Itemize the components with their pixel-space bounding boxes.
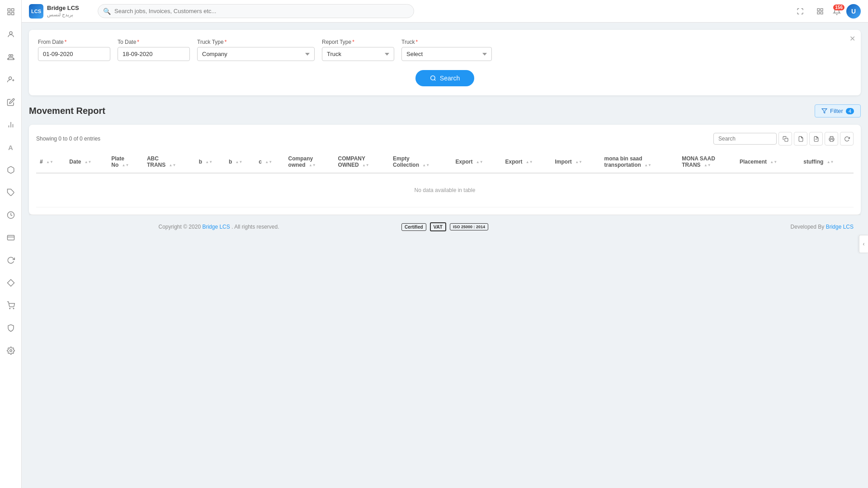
filter-card: ✕ From Date* To Date* Truck Type*: [29, 30, 861, 95]
from-date-field: From Date*: [38, 39, 110, 61]
dashboard-icon[interactable]: [4, 5, 18, 19]
truck-field: Truck* Select Truck 1 Truck 2: [401, 39, 492, 61]
filter-button[interactable]: Filter 4: [815, 104, 861, 117]
topbar: LCS Bridge LCS بريدج لنسس 🔍 156 U: [22, 0, 868, 23]
table-header-row: # ▲▼ Date ▲▼ PlateNo ▲▼ ABCTRANS ▲▼ b ▲▼…: [36, 151, 854, 173]
reload-button[interactable]: [840, 132, 854, 145]
notification-bell[interactable]: 156: [833, 7, 841, 15]
footer-company-link[interactable]: Bridge LCS: [202, 224, 230, 230]
filter-button-label: Filter: [830, 108, 843, 114]
svg-rect-28: [784, 138, 788, 141]
card-icon[interactable]: [4, 230, 18, 245]
app-logo: LCS Bridge LCS بريدج لنسس: [29, 4, 83, 19]
text-icon[interactable]: A: [4, 140, 18, 155]
data-table: # ▲▼ Date ▲▼ PlateNo ▲▼ ABCTRANS ▲▼ b ▲▼…: [36, 151, 854, 207]
app-arabic: بريدج لنسس: [47, 12, 79, 18]
diamond-icon[interactable]: [4, 276, 18, 290]
col-b2[interactable]: b ▲▼: [225, 151, 255, 173]
table-search-input[interactable]: [713, 133, 777, 145]
filter-row: From Date* To Date* Truck Type* Company: [38, 39, 852, 61]
svg-rect-22: [821, 9, 823, 11]
showing-text: Showing 0 to 0 of 0 entries: [36, 136, 100, 142]
notification-count: 156: [833, 5, 844, 10]
col-plate-no[interactable]: PlateNo ▲▼: [108, 151, 143, 173]
col-b1[interactable]: b ▲▼: [195, 151, 225, 173]
right-sidebar-toggle[interactable]: ‹: [859, 235, 868, 253]
truck-select[interactable]: Select Truck 1 Truck 2: [401, 47, 492, 61]
svg-point-6: [11, 55, 13, 57]
svg-point-25: [431, 76, 435, 80]
col-mona-saad[interactable]: MONA SAADTRANS ▲▼: [678, 151, 736, 173]
svg-rect-23: [817, 12, 820, 14]
close-filter-button[interactable]: ✕: [849, 34, 855, 43]
shield-icon[interactable]: [4, 321, 18, 335]
logo-text: Bridge LCS بريدج لنسس: [47, 5, 79, 18]
copy-button[interactable]: [778, 132, 792, 145]
excel-button[interactable]: [809, 132, 823, 145]
table-toolbar: Showing 0 to 0 of 0 entries: [36, 132, 854, 145]
col-export1[interactable]: Export ▲▼: [452, 151, 501, 173]
search-button[interactable]: Search: [415, 70, 474, 86]
from-date-input[interactable]: [38, 47, 110, 61]
footer-left: Copyright © 2020 Bridge LCS . All rights…: [36, 224, 401, 230]
col-import[interactable]: Import ▲▼: [551, 151, 600, 173]
col-company-owned2[interactable]: COMPANYOWNED ▲▼: [335, 151, 389, 173]
svg-rect-24: [821, 12, 823, 14]
vat-badge: VAT: [430, 222, 446, 231]
col-export2[interactable]: Export ▲▼: [501, 151, 551, 173]
svg-line-26: [434, 80, 436, 81]
refresh-icon[interactable]: [4, 253, 18, 267]
main-wrapper: LCS Bridge LCS بريدج لنسس 🔍 156 U: [22, 0, 868, 488]
truck-type-select[interactable]: Company Owner Rented: [197, 47, 315, 61]
group-icon[interactable]: [4, 50, 18, 64]
cart-icon[interactable]: [4, 298, 18, 313]
app-name: Bridge LCS: [47, 5, 79, 12]
developed-by-text: Developed By: [791, 224, 825, 230]
to-date-field: To Date*: [118, 39, 190, 61]
sidebar: A: [0, 0, 22, 488]
to-date-input[interactable]: [118, 47, 190, 61]
col-empty-collection[interactable]: EmptyCollection ▲▼: [389, 151, 452, 173]
global-search-input[interactable]: [98, 4, 414, 18]
grid-icon[interactable]: [813, 4, 827, 19]
svg-rect-30: [830, 139, 833, 141]
add-user-icon[interactable]: [4, 72, 18, 87]
svg-rect-15: [7, 235, 14, 240]
fullscreen-icon[interactable]: [793, 4, 807, 19]
copyright-text: Copyright © 2020: [159, 224, 201, 230]
col-company-owned[interactable]: Companyowned ▲▼: [285, 151, 335, 173]
table-body: No data available in table: [36, 173, 854, 207]
edit-icon[interactable]: [4, 95, 18, 109]
from-date-label: From Date*: [38, 39, 110, 45]
print-button[interactable]: [825, 132, 838, 145]
csv-button[interactable]: [794, 132, 807, 145]
col-c[interactable]: c ▲▼: [255, 151, 284, 173]
col-number[interactable]: # ▲▼: [36, 151, 66, 173]
to-date-label: To Date*: [118, 39, 190, 45]
box-icon[interactable]: [4, 163, 18, 177]
report-type-select[interactable]: Truck Driver Route: [322, 47, 394, 61]
svg-point-20: [9, 350, 12, 352]
user-icon[interactable]: [4, 27, 18, 42]
developer-link[interactable]: Bridge LCS: [826, 224, 854, 230]
certified-badge: Certified: [401, 223, 426, 231]
truck-label: Truck*: [401, 39, 492, 45]
user-avatar[interactable]: U: [846, 4, 861, 19]
col-mona-trans[interactable]: mona bin saadtransportation ▲▼: [601, 151, 679, 173]
col-date[interactable]: Date ▲▼: [66, 151, 108, 173]
chart-icon[interactable]: [4, 117, 18, 132]
truck-type-field: Truck Type* Company Owner Rented: [197, 39, 315, 61]
gear-icon[interactable]: [4, 343, 18, 358]
clock-icon[interactable]: [4, 208, 18, 222]
col-placement[interactable]: Placement ▲▼: [736, 151, 800, 173]
table-header: # ▲▼ Date ▲▼ PlateNo ▲▼ ABCTRANS ▲▼ b ▲▼…: [36, 151, 854, 173]
footer-center: Certified VAT ISO 25000 : 2014: [401, 222, 488, 231]
col-stuffing[interactable]: stuffing ▲▼: [800, 151, 854, 173]
tag-icon[interactable]: [4, 185, 18, 200]
no-data-row: No data available in table: [36, 173, 854, 207]
search-btn-row: Search: [38, 70, 852, 86]
table-card: Showing 0 to 0 of 0 entries: [29, 125, 861, 215]
report-type-field: Report Type* Truck Driver Route: [322, 39, 394, 61]
col-abc-trans[interactable]: ABCTRANS ▲▼: [143, 151, 195, 173]
report-type-label: Report Type*: [322, 39, 394, 45]
